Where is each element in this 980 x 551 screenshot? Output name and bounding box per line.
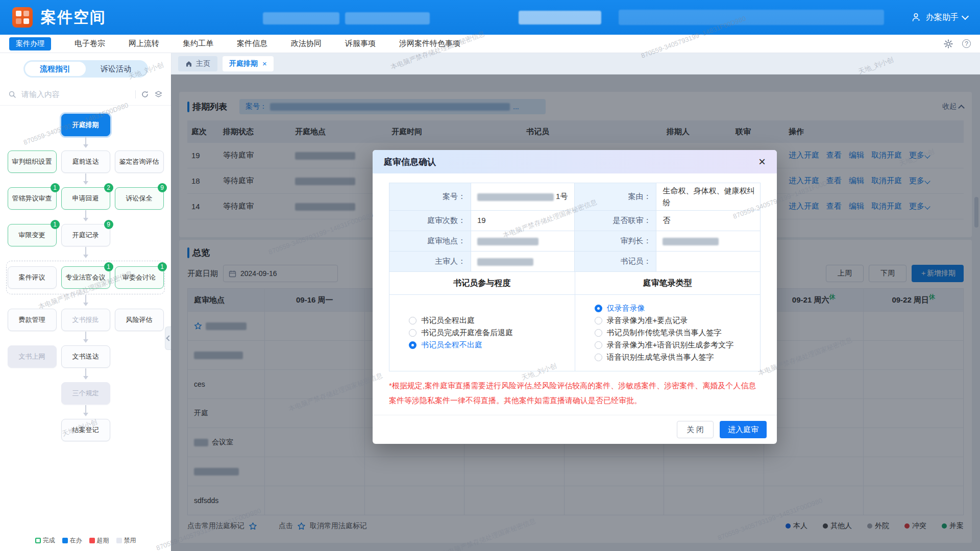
record-type-option-3[interactable]: 书记员制作传统笔录供当事人签字 xyxy=(595,328,761,338)
gear-icon[interactable] xyxy=(944,39,953,48)
field-label: 案由： xyxy=(575,183,656,211)
radio-icon xyxy=(409,329,416,337)
flow-empty-cell xyxy=(115,224,164,246)
participation-option-1[interactable]: 书记员全程出庭 xyxy=(409,316,575,325)
live-broadcast-warning: *根据规定,案件庭审直播需要进行风险评估,经风险评估较高的案件、涉敏感案件、涉密… xyxy=(389,378,761,408)
flow-node[interactable]: 费款管理 xyxy=(8,309,57,331)
redacted-header-text xyxy=(345,12,430,24)
record-type-option-4[interactable]: 录音录像为准+语音识别生成参考文字 xyxy=(595,340,761,350)
flow-node[interactable]: 诉讼保全9 xyxy=(115,187,164,210)
hearing-confirm-dialog: 庭审信息确认 × 案号： 1号案由：生命权、身体权、健康权纠纷庭审次数：19是否… xyxy=(373,150,777,444)
flow-arrow-icon xyxy=(0,210,171,224)
record-type-option-1[interactable]: 仅录音录像 xyxy=(595,304,761,313)
sidebar-tab-1[interactable]: 流程指引 xyxy=(25,62,86,76)
help-icon[interactable]: ? xyxy=(962,39,971,48)
flow-node[interactable]: 开庭排期 xyxy=(61,114,110,136)
flow-empty-cell xyxy=(8,382,57,405)
flow-arrow-icon xyxy=(0,136,171,151)
tab-active-label: 开庭排期 xyxy=(229,59,258,68)
flow-node[interactable]: 文书上网 xyxy=(8,345,57,368)
flow-row: 开庭排期 xyxy=(0,114,171,136)
flow-node[interactable]: 庭前送达 xyxy=(61,151,110,173)
field-label: 是否联审： xyxy=(575,211,656,231)
refresh-icon[interactable] xyxy=(141,90,149,98)
nav-tab-3[interactable]: 网上流转 xyxy=(129,39,159,48)
dialog-body: 案号： 1号案由：生命权、身体权、健康权纠纷庭审次数：19是否联审：否庭审地点：… xyxy=(373,173,777,412)
flow-row: 结案登记 xyxy=(0,419,171,441)
flow-empty-cell xyxy=(115,419,164,441)
field-label: 书记员： xyxy=(575,252,656,272)
tab-court-schedule[interactable]: 开庭排期 × xyxy=(223,56,274,71)
flow-dashed-group: 案件评议专业法官会议1审委会讨论1 xyxy=(6,261,165,294)
nav-tab-2[interactable]: 电子卷宗 xyxy=(75,39,105,48)
flow-node[interactable]: 审判组织设置 xyxy=(8,151,57,173)
redacted-header-text xyxy=(519,11,601,24)
legend-label: 在办 xyxy=(70,536,82,545)
nav-tab-7[interactable]: 诉服事项 xyxy=(345,39,376,48)
close-tab-icon[interactable]: × xyxy=(262,59,267,68)
record-type-option-5[interactable]: 语音识别生成笔录供当事人签字 xyxy=(595,353,761,362)
sidebar-search-input[interactable]: 请输入内容 xyxy=(21,90,130,99)
flow-node[interactable]: 审委会讨论1 xyxy=(115,266,164,289)
flow-node[interactable]: 申请回避2 xyxy=(61,187,110,210)
radio-label: 录音录像为准+要点记录 xyxy=(607,316,688,325)
assistant-menu[interactable]: 办案助手 xyxy=(912,12,968,23)
info-row: 庭审地点：审判长： xyxy=(389,231,761,252)
tab-home[interactable]: 主页 xyxy=(178,56,217,71)
field-value xyxy=(656,231,761,252)
flow-legend-item: 超期 xyxy=(89,536,109,545)
participation-option-3[interactable]: 书记员全程不出庭 xyxy=(409,340,575,350)
flow-node[interactable]: 文书报批 xyxy=(61,309,110,331)
flow-node[interactable]: 开庭记录9 xyxy=(61,224,110,246)
field-value xyxy=(656,252,761,272)
flow-node[interactable]: 案件评议 xyxy=(8,266,57,289)
flow-row: 管辖异议审查1申请回避2诉讼保全9 xyxy=(0,187,171,210)
record-type-option-2[interactable]: 录音录像为准+要点记录 xyxy=(595,316,761,325)
close-button[interactable]: 关 闭 xyxy=(677,421,714,438)
participation-options: 书记员全程出庭书记员完成开庭准备后退庭书记员全程不出庭 xyxy=(389,295,575,371)
sidebar-tab-2[interactable]: 诉讼活动 xyxy=(86,62,146,76)
flow-node[interactable]: 三个规定 xyxy=(61,382,110,405)
flow-node[interactable]: 风险评估 xyxy=(115,309,164,331)
radio-icon xyxy=(595,317,602,324)
flow-node[interactable]: 文书送达 xyxy=(61,345,110,368)
flow-node[interactable]: 专业法官会议1 xyxy=(61,266,110,289)
flow-node-badge: 1 xyxy=(51,220,60,229)
legend-swatch xyxy=(35,538,41,543)
flow-row: 文书上网文书送达 xyxy=(0,345,171,368)
close-icon[interactable]: × xyxy=(758,156,766,168)
radio-label: 语音识别生成笔录供当事人签字 xyxy=(607,353,714,362)
app-logo-icon xyxy=(12,7,33,28)
participation-option-2[interactable]: 书记员完成开庭准备后退庭 xyxy=(409,328,575,338)
flow-arrow-icon xyxy=(0,173,171,187)
field-value xyxy=(471,231,575,252)
legend-swatch xyxy=(116,538,122,543)
legend-swatch xyxy=(62,538,68,543)
radio-icon xyxy=(409,317,416,324)
layers-icon[interactable] xyxy=(154,90,163,99)
flow-node[interactable]: 鉴定咨询评估 xyxy=(115,151,164,173)
page-tabstrip: 主页 开庭排期 × xyxy=(171,53,980,74)
flow-node[interactable]: 管辖异议审查1 xyxy=(8,187,57,210)
dialog-footer: 关 闭 进入庭审 xyxy=(373,415,777,444)
nav-tab-4[interactable]: 集约工单 xyxy=(183,39,213,48)
flow-node[interactable]: 审限变更1 xyxy=(8,224,57,246)
nav-tab-5[interactable]: 案件信息 xyxy=(237,39,267,48)
nav-tab-6[interactable]: 政法协同 xyxy=(291,39,322,48)
legend-label: 禁用 xyxy=(124,536,136,545)
radio-label: 仅录音录像 xyxy=(607,304,645,313)
flow-arrow-icon xyxy=(0,246,171,261)
field-value: 生命权、身体权、健康权纠纷 xyxy=(656,183,761,211)
tab-home-label: 主页 xyxy=(196,59,210,68)
nav-tab-8[interactable]: 涉网案件特色事项 xyxy=(399,39,460,48)
flow-node[interactable]: 结案登记 xyxy=(61,419,110,441)
radio-icon xyxy=(595,354,602,361)
field-label: 庭审次数： xyxy=(389,211,471,231)
nav-tab-1[interactable]: 案件办理 xyxy=(9,37,51,51)
enter-hearing-button[interactable]: 进入庭审 xyxy=(720,421,767,438)
sidebar: 流程指引诉讼活动 请输入内容 开庭排期审判组织设置庭前送达鉴定咨询评估管辖异议审… xyxy=(0,53,172,551)
field-label: 案号： xyxy=(389,183,471,211)
radio-icon xyxy=(595,341,602,349)
sidebar-search: 请输入内容 xyxy=(0,84,171,106)
field-value: 19 xyxy=(471,211,575,231)
